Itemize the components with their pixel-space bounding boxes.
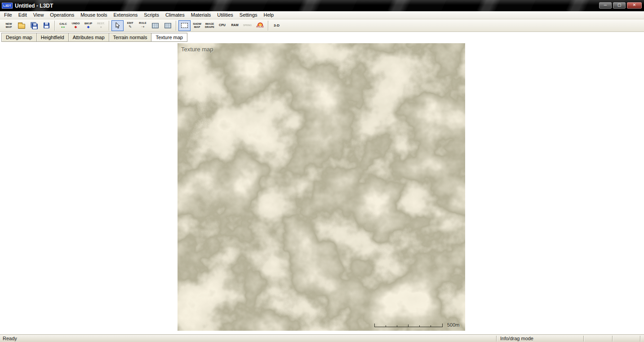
status-divider xyxy=(640,336,641,342)
new-map-label1: NEW xyxy=(6,22,12,26)
menu-settings[interactable]: Settings xyxy=(236,12,261,18)
calc-label: CALC xyxy=(59,22,67,26)
menu-climates[interactable]: Climates xyxy=(162,12,188,18)
maximize-button[interactable]: ▢ xyxy=(613,2,626,9)
ram-label: RAM xyxy=(231,23,239,27)
toolbar-separator xyxy=(176,21,177,31)
pencil-icon: ✎ xyxy=(129,25,132,29)
selection-tool-button[interactable] xyxy=(178,20,191,31)
expand-map-button[interactable] xyxy=(162,20,174,31)
image-drape-button[interactable]: IMAGE DRAPE xyxy=(204,20,216,31)
tab-terrain-normals[interactable]: Terrain normals xyxy=(109,33,152,42)
toolbar-separator xyxy=(109,21,110,31)
dashed-selection-icon xyxy=(181,23,188,28)
open-folder-icon xyxy=(18,24,25,29)
pointer-tool-button[interactable] xyxy=(111,20,124,31)
calc-dots-icon: ●● xyxy=(61,26,65,29)
edit-tool-button[interactable]: EDIT ✎ xyxy=(124,20,136,31)
show-map-label2: MAP xyxy=(194,26,200,29)
menu-operations[interactable]: Operations xyxy=(47,12,77,18)
spring-button[interactable]: SPRING xyxy=(241,20,253,31)
save-disk-icon xyxy=(44,22,49,28)
app-logo-icon: L3DT xyxy=(2,3,13,9)
map-tabs: Design map Heightfield Attributes map Te… xyxy=(0,32,644,42)
save-all-button[interactable] xyxy=(28,20,40,31)
save-all-disks-icon xyxy=(32,23,38,29)
spring-label: SPRING xyxy=(243,24,252,27)
menu-bar: File Edit View Operations Mouse tools Ex… xyxy=(0,11,644,19)
close-button[interactable]: ✕ xyxy=(627,2,642,9)
atlas-label: ATLAS xyxy=(256,26,263,28)
menu-edit[interactable]: Edit xyxy=(15,12,30,18)
tab-attributes-map[interactable]: Attributes map xyxy=(68,33,109,42)
menu-view[interactable]: View xyxy=(30,12,47,18)
rule-label: RULE xyxy=(139,22,146,25)
new-map-button[interactable]: NEW MAP xyxy=(3,20,15,31)
show-map-label1: SHOW xyxy=(193,22,201,26)
window-controls: ─ ▢ ✕ xyxy=(599,2,642,9)
tab-heightfield[interactable]: Heightfield xyxy=(36,33,69,42)
tab-texture-map[interactable]: Texture map xyxy=(151,33,187,42)
show-map-button[interactable]: SHOW MAP xyxy=(191,20,203,31)
title-bar: L3DT Untitled - L3DT ─ ▢ ✕ xyxy=(0,0,644,11)
tab-design-map[interactable]: Design map xyxy=(1,33,37,42)
texture-map-view[interactable]: Texture map 500m xyxy=(178,43,465,331)
toolbar-separator xyxy=(268,21,269,31)
image-drape-label1: IMAGE xyxy=(205,22,214,26)
calc-button[interactable]: CALC ●● xyxy=(57,20,69,31)
status-ready-text: Ready xyxy=(0,336,17,341)
menu-help[interactable]: Help xyxy=(261,12,277,18)
status-divider xyxy=(583,336,584,342)
undo-label: UNDO xyxy=(72,22,80,25)
ram-button[interactable]: RAM xyxy=(229,20,241,31)
backup-button[interactable]: BKUP ◆ xyxy=(82,20,94,31)
undo-button[interactable]: UNDO ◆ xyxy=(70,20,82,31)
restore-button[interactable]: REST. ● xyxy=(95,20,107,31)
status-bar: Ready Info/drag mode xyxy=(0,334,644,342)
menu-utilities[interactable]: Utilities xyxy=(214,12,236,18)
status-mode-text: Info/drag mode xyxy=(500,336,533,341)
menu-extensions[interactable]: Extensions xyxy=(110,12,141,18)
status-divider xyxy=(496,336,497,342)
shrink-map-button[interactable] xyxy=(149,20,161,31)
window-title: Untitled - L3DT xyxy=(15,3,53,9)
menu-scripts[interactable]: Scripts xyxy=(141,12,162,18)
image-drape-label2: DRAPE xyxy=(205,26,214,29)
toolbar-separator xyxy=(54,21,55,31)
restore-dot-icon: ● xyxy=(100,25,102,29)
save-button[interactable] xyxy=(40,20,53,31)
pointer-cursor-icon xyxy=(115,22,120,29)
backup-label: BKUP xyxy=(84,22,92,25)
cpu-button[interactable]: CPU xyxy=(216,20,228,31)
open-map-button[interactable] xyxy=(15,20,27,31)
toolbar: NEW MAP CALC ●● UNDO ◆ BKUP ◆ REST. ● ED… xyxy=(0,19,644,32)
menu-file[interactable]: File xyxy=(1,12,15,18)
view-3d-button[interactable]: 3-D xyxy=(271,20,283,31)
status-divider xyxy=(612,336,613,342)
edit-label: EDIT xyxy=(127,22,133,25)
map-title-overlay: Texture map xyxy=(181,46,213,53)
scale-label: 500m xyxy=(447,322,460,328)
rule-arrow-icon: ⇢ xyxy=(141,25,144,29)
backup-diamond-icon: ◆ xyxy=(87,25,89,29)
main-area: Design map Heightfield Attributes map Te… xyxy=(0,32,644,334)
view-3d-label: 3-D xyxy=(274,23,280,27)
grid-shrink-icon xyxy=(152,23,159,28)
menu-mouse-tools[interactable]: Mouse tools xyxy=(77,12,110,18)
menu-materials[interactable]: Materials xyxy=(188,12,214,18)
restore-label: REST. xyxy=(97,22,105,25)
minimize-button[interactable]: ─ xyxy=(599,2,612,9)
atlas-button[interactable]: ATLAS xyxy=(254,20,266,31)
grid-expand-icon xyxy=(164,23,171,28)
texture-map-image xyxy=(178,43,465,331)
new-map-label2: MAP xyxy=(6,26,12,29)
undo-diamond-icon: ◆ xyxy=(75,25,77,29)
scale-bar xyxy=(374,323,443,328)
rule-tool-button[interactable]: RULE ⇢ xyxy=(137,20,149,31)
cpu-label: CPU xyxy=(219,23,226,27)
